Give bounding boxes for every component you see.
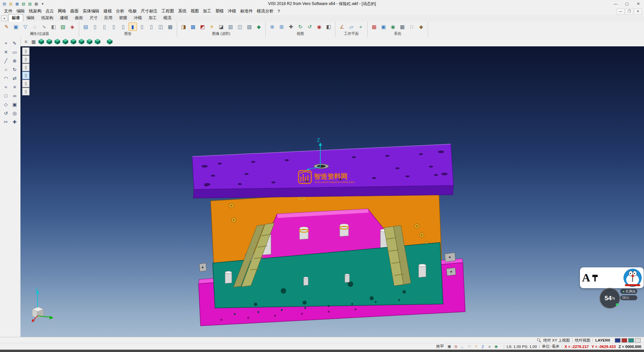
mold-top-plate[interactable] [192, 144, 453, 198]
mdi-close-button[interactable]: ✕ [634, 8, 642, 14]
display-grid-icon[interactable]: ▦ [166, 23, 174, 31]
clipboard-5[interactable]: ▯ [22, 80, 30, 87]
minimize-button[interactable]: — [610, 0, 621, 7]
photo-render-icon[interactable]: ◆ [255, 23, 263, 31]
lighting-icon[interactable]: ☀ [208, 23, 216, 31]
wireframe-tool-icon[interactable]: ＋ [2, 39, 10, 48]
menu-item[interactable]: 系统 [176, 7, 189, 15]
viewport-layout-icon[interactable]: ▦ [30, 38, 37, 45]
import-icon[interactable]: ▧ [21, 1, 26, 6]
wireframe-tool-icon[interactable]: ≡ [10, 83, 19, 91]
active-layer-label[interactable]: LAYER0 [595, 338, 610, 342]
tab-machining[interactable]: 加工 [145, 14, 160, 21]
globe-icon[interactable]: ◉ [389, 23, 397, 31]
display-column-4-icon[interactable]: ▯ [119, 23, 127, 31]
menu-item[interactable]: 标准件 [238, 7, 255, 15]
pan-icon[interactable]: ✚ [287, 23, 295, 31]
shadow-icon[interactable]: ◪ [217, 23, 225, 31]
tab-standard[interactable]: 标准 [8, 14, 23, 21]
snap-label[interactable]: 拴宇 [436, 344, 444, 349]
snap-toggle-icon[interactable]: ◎ [453, 344, 459, 349]
open-file-icon[interactable]: ▥ [8, 1, 13, 6]
multi-view-icon[interactable]: ◧ [324, 23, 333, 31]
tab-modeling[interactable]: 建模 [57, 14, 71, 21]
close-button[interactable]: ✕ [633, 0, 644, 7]
mold-assembly-scene[interactable]: Z [20, 46, 644, 337]
zoom-window-icon[interactable]: ⊞ [277, 23, 286, 31]
menu-item[interactable]: 塑模 [213, 7, 226, 15]
tab-wireframe[interactable]: 线架构 [38, 14, 57, 21]
wireframe-tool-icon[interactable]: ✎ [10, 39, 19, 48]
tab-mould[interactable]: 塑膜 [116, 14, 130, 21]
matrix-icon[interactable]: ∷ [408, 23, 416, 31]
mdi-minimize-button[interactable]: — [616, 8, 625, 14]
color-swatch[interactable] [615, 338, 621, 343]
menu-item[interactable]: ? [276, 8, 282, 15]
workplane-align-icon[interactable]: ▱ [347, 23, 356, 31]
attribute-edit-icon[interactable]: ✎ [2, 23, 11, 31]
doraemon-sticker-widget[interactable]: A [580, 267, 644, 288]
maximize-button[interactable]: ▢ [621, 0, 633, 7]
tab-flow[interactable]: 模流 [160, 14, 175, 21]
wireframe-tool-icon[interactable]: ↻ [10, 65, 19, 74]
view-iso-3[interactable] [54, 38, 61, 45]
export-icon[interactable]: ▨ [27, 1, 33, 6]
view-list-icon[interactable]: ≡ [22, 38, 29, 45]
rotate-view-icon[interactable]: ↻ [296, 23, 305, 31]
world-icon[interactable]: ◉ [493, 344, 499, 349]
view-back[interactable] [94, 38, 101, 45]
wireframe-tool-icon[interactable]: ◇ [2, 100, 10, 109]
layers-icon[interactable]: ≡ [487, 344, 492, 349]
new-file-icon[interactable]: ▤ [2, 1, 7, 6]
wireframe-tool-icon[interactable]: ∞ [10, 91, 19, 100]
view-iso-1[interactable] [38, 38, 45, 45]
wireframe-tool-icon[interactable]: □ [2, 91, 10, 100]
filter-solids-icon[interactable]: ▧ [59, 23, 67, 31]
wireframe-tool-icon[interactable]: ○ [2, 65, 10, 74]
grid-snap-icon[interactable]: ∷ [467, 344, 472, 349]
table-icon[interactable]: ▦ [398, 23, 407, 31]
filter-curves-icon[interactable]: ∿ [40, 23, 48, 31]
workplane-icon[interactable]: ∠ [338, 23, 346, 31]
tab-surface[interactable]: 曲面 [71, 14, 86, 21]
ortho-icon[interactable]: ∟ [460, 344, 465, 349]
wireframe-tool-icon[interactable]: ▭ [10, 48, 19, 56]
graphics-list-icon[interactable]: ▤ [82, 23, 90, 31]
help-icon[interactable]: ? [473, 344, 479, 349]
tab-dimension[interactable]: 尺寸 [86, 14, 101, 21]
wireframe-tool-icon[interactable]: ◎ [10, 109, 19, 118]
workplane-origin-icon[interactable]: + [357, 23, 365, 31]
wireframe-tool-icon[interactable]: ✂ [2, 118, 10, 126]
clipboard-4[interactable]: ▯ [22, 72, 30, 79]
wireframe-tool-icon[interactable]: ▣ [10, 100, 19, 109]
display-column-1-icon[interactable]: ▯ [91, 23, 99, 31]
quick-access-dropdown-icon[interactable]: ▾ [40, 1, 45, 6]
search-icon[interactable] [537, 338, 541, 343]
section-view-icon[interactable]: ◫ [236, 23, 244, 31]
clipboard-2[interactable]: ▯ [22, 55, 30, 63]
menu-item[interactable]: 加工 [201, 7, 213, 15]
wireframe-tool-icon[interactable]: ◠ [2, 74, 10, 83]
attribute-copy-icon[interactable]: ▣ [12, 23, 20, 31]
filter-icon[interactable]: ▽ [21, 23, 30, 31]
tab-dropdown-button[interactable]: ▾ [1, 15, 7, 21]
tab-progress[interactable]: 冲模 [130, 14, 145, 21]
wireframe-tool-icon[interactable]: ╱ [2, 56, 10, 65]
mdi-restore-button[interactable]: ❐ [625, 8, 633, 14]
wireframe-tool-icon[interactable]: ⇄ [10, 74, 19, 83]
filter-surfaces-icon[interactable]: ◧ [49, 23, 58, 31]
wireframe-tool-icon[interactable]: ≈ [2, 83, 10, 91]
previous-view-icon[interactable]: ↺ [306, 23, 314, 31]
view-side[interactable] [86, 38, 93, 45]
clipboard-3[interactable]: ▯ [22, 63, 30, 71]
color-swatch[interactable] [635, 338, 641, 343]
color-palette-icon[interactable]: ▦ [370, 23, 378, 31]
view-mode-label[interactable]: 绝对 XY 上视图 [543, 338, 570, 343]
display-column-6-icon[interactable]: ▯ [147, 23, 156, 31]
3d-viewport[interactable]: ▯▯▯▯▯▯ [20, 46, 644, 337]
material-icon[interactable]: ◩ [198, 23, 207, 31]
tab-edit[interactable]: 编辑 [23, 14, 38, 21]
network-speed-ball[interactable]: 54 % [599, 288, 620, 309]
display-stack-icon[interactable]: ◫ [157, 23, 165, 31]
display-column-2-icon[interactable]: ▯ [100, 23, 109, 31]
